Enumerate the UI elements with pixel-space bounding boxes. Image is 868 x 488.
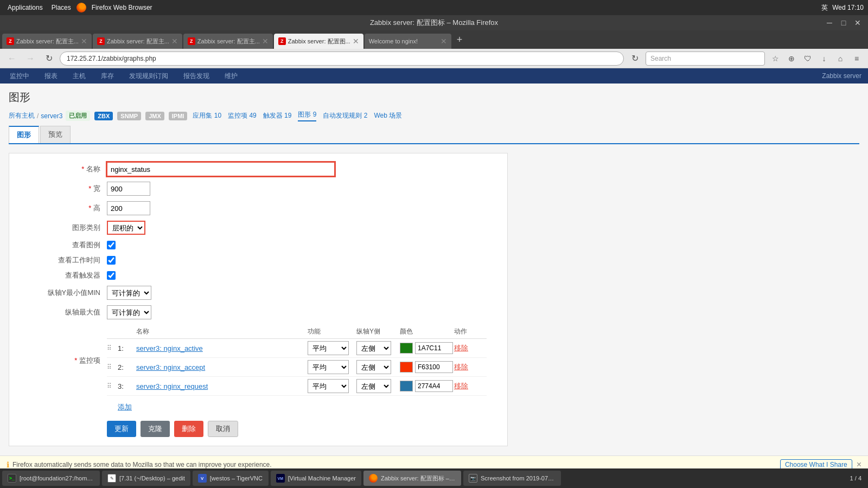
- url-text: 172.25.27.1/zabbix/graphs.php: [67, 55, 617, 62]
- yaxis-max-select[interactable]: 可计算的 固定的: [107, 305, 151, 319]
- graph-type-select[interactable]: 层积的 折线 饼图: [107, 221, 145, 235]
- nav-item-maintenance[interactable]: 维护: [221, 69, 241, 83]
- reload-button[interactable]: ↻: [41, 51, 56, 66]
- nav-item-inventory[interactable]: 库存: [98, 69, 117, 83]
- appsets-link[interactable]: 应用集 10: [193, 111, 221, 120]
- search-bar[interactable]: Search: [646, 52, 765, 66]
- nav-item-host[interactable]: 主机: [69, 69, 89, 83]
- height-input[interactable]: [107, 201, 150, 215]
- metric-name-3[interactable]: server3: nginx_request: [134, 382, 308, 390]
- drag-handle-2[interactable]: ⠿: [107, 363, 118, 371]
- notification-close-button[interactable]: ×: [857, 460, 861, 470]
- nav-item-report2[interactable]: 报告发现: [180, 69, 213, 83]
- color-swatch-3[interactable]: [400, 381, 413, 391]
- taskbar-terminal[interactable]: >_ [root@foundation27:/home/kio...: [2, 471, 100, 486]
- delete-link-1[interactable]: 移除: [454, 344, 468, 352]
- taskbar-firefox[interactable]: Zabbix server: 配置图标 – Mozill...: [363, 471, 461, 486]
- web-link[interactable]: Web 场景: [374, 111, 402, 120]
- width-input[interactable]: [107, 182, 150, 196]
- metric-func-select-3[interactable]: 平均 最小 最大: [308, 379, 349, 393]
- taskbar-vm[interactable]: VM [Virtual Machine Manager: [271, 471, 361, 486]
- bookmark-star-icon[interactable]: ☆: [768, 52, 782, 66]
- applications-menu[interactable]: Applications: [4, 3, 46, 12]
- tab-3[interactable]: Z Zabbix server: 配置主... ✕: [183, 34, 273, 49]
- nav-item-discovery[interactable]: 发现规则订阅: [126, 69, 171, 83]
- back-button[interactable]: ←: [4, 51, 20, 66]
- metric-axis-select-2[interactable]: 左侧 右侧: [356, 360, 391, 374]
- download-icon[interactable]: ↓: [817, 52, 831, 66]
- firefox-taskbar-icon: [369, 474, 378, 483]
- close-button[interactable]: ✕: [852, 17, 864, 29]
- color-input-1[interactable]: [415, 342, 453, 354]
- tab-1[interactable]: Z Zabbix server: 配置主... ✕: [2, 34, 92, 49]
- metric-name-2[interactable]: server3: nginx_accept: [134, 363, 308, 371]
- metric-func-select-2[interactable]: 平均 最小 最大: [308, 360, 349, 374]
- delete-button[interactable]: 删除: [174, 421, 203, 437]
- sub-tabs: 图形 预览: [9, 126, 859, 144]
- cancel-button[interactable]: 取消: [208, 421, 238, 437]
- add-metric-link[interactable]: 添加: [118, 402, 132, 412]
- drag-handle-3[interactable]: ⠿: [107, 382, 118, 390]
- show-legend-checkbox[interactable]: [107, 241, 116, 249]
- firefox-sys-menu[interactable]: Firefox Web Browser: [88, 3, 156, 12]
- taskbar-screenshot[interactable]: 📷 Screenshot from 2019-07-31 ...: [463, 471, 561, 486]
- main-content: 图形 所有主机 / server3 已启用 ZBX SNMP JMX IPMI …: [0, 84, 868, 455]
- forward-button[interactable]: →: [23, 51, 38, 66]
- tab-graph[interactable]: 图形: [9, 126, 39, 143]
- metric-num-2: 2:: [118, 363, 134, 371]
- tab-close-3[interactable]: ✕: [262, 37, 269, 46]
- tab-4[interactable]: Z Zabbix server: 配置图... ✕: [274, 34, 363, 49]
- places-menu[interactable]: Places: [48, 3, 74, 12]
- tab-5[interactable]: Welcome to nginx! ✕: [365, 34, 451, 49]
- metric-func-select-1[interactable]: 平均 最小 最大: [308, 341, 349, 355]
- url-bar[interactable]: 172.25.27.1/zabbix/graphs.php: [60, 52, 624, 66]
- show-work-time-checkbox[interactable]: [107, 256, 116, 265]
- drag-handle-1[interactable]: ⠿: [107, 344, 118, 352]
- taskbar-editor-label: [7.31 (~/Desktop) – gedit: [119, 475, 185, 481]
- home-icon[interactable]: ⌂: [833, 52, 847, 66]
- show-triggers-label: 查看触发器: [20, 271, 107, 280]
- tab-close-2[interactable]: ✕: [171, 37, 178, 46]
- reload-button-2[interactable]: ↻: [627, 51, 642, 66]
- tab-close-5[interactable]: ✕: [441, 37, 447, 46]
- shield-icon[interactable]: 🛡: [801, 52, 815, 66]
- delete-link-3[interactable]: 移除: [454, 382, 468, 390]
- metric-name-1[interactable]: server3: nginx_active: [134, 344, 308, 352]
- maximize-button[interactable]: □: [838, 17, 850, 29]
- yaxis-min-select[interactable]: 可计算的 固定的: [107, 286, 151, 300]
- delete-link-2[interactable]: 移除: [454, 363, 468, 371]
- graphs-link[interactable]: 图形 9: [298, 110, 316, 121]
- color-swatch-2[interactable]: [400, 362, 413, 373]
- page-counter: 1 / 4: [850, 475, 861, 481]
- bookmark-icon[interactable]: ⊕: [784, 52, 799, 66]
- color-input-2[interactable]: [415, 361, 453, 373]
- color-swatch-1[interactable]: [400, 343, 413, 354]
- color-input-3[interactable]: [415, 380, 453, 392]
- taskbar-editor[interactable]: ✎ [7.31 (~/Desktop) – gedit: [102, 471, 190, 486]
- minimize-button[interactable]: ─: [824, 17, 835, 29]
- tab-label-4: Zabbix server: 配置图...: [288, 37, 350, 46]
- menu-icon[interactable]: ≡: [850, 52, 864, 66]
- triggers-link[interactable]: 触发器 19: [263, 111, 292, 120]
- metric-axis-select-1[interactable]: 左侧 右侧: [356, 341, 391, 355]
- metrics-table: 名称 功能 纵轴Y侧 颜色 动作 ⠿ 1: server3: nginx_act…: [107, 325, 487, 396]
- show-triggers-checkbox[interactable]: [107, 271, 116, 280]
- tab-close-1[interactable]: ✕: [81, 37, 87, 46]
- taskbar-vnc[interactable]: V [westos – TigerVNC: [193, 471, 269, 486]
- col-action-header: 动作: [454, 327, 487, 336]
- nav-item-monitor[interactable]: 监控中: [7, 69, 33, 83]
- all-hosts-link[interactable]: 所有主机: [9, 111, 35, 120]
- nav-item-report[interactable]: 报表: [41, 69, 61, 83]
- tab-preview[interactable]: 预览: [40, 126, 71, 143]
- update-button[interactable]: 更新: [107, 421, 136, 437]
- clone-button[interactable]: 克隆: [141, 421, 170, 437]
- metric-axis-select-3[interactable]: 左侧 右侧: [356, 379, 391, 393]
- tab-close-4[interactable]: ✕: [353, 37, 359, 46]
- name-input[interactable]: [107, 162, 335, 176]
- new-tab-button[interactable]: +: [452, 34, 467, 46]
- titlebar-controls[interactable]: ─ □ ✕: [824, 17, 864, 29]
- items-link[interactable]: 监控项 49: [228, 111, 257, 120]
- discovery-link[interactable]: 自动发现规则 2: [323, 111, 367, 120]
- tab-2[interactable]: Z Zabbix server: 配置主... ✕: [93, 34, 182, 49]
- host-link[interactable]: server3: [41, 112, 62, 120]
